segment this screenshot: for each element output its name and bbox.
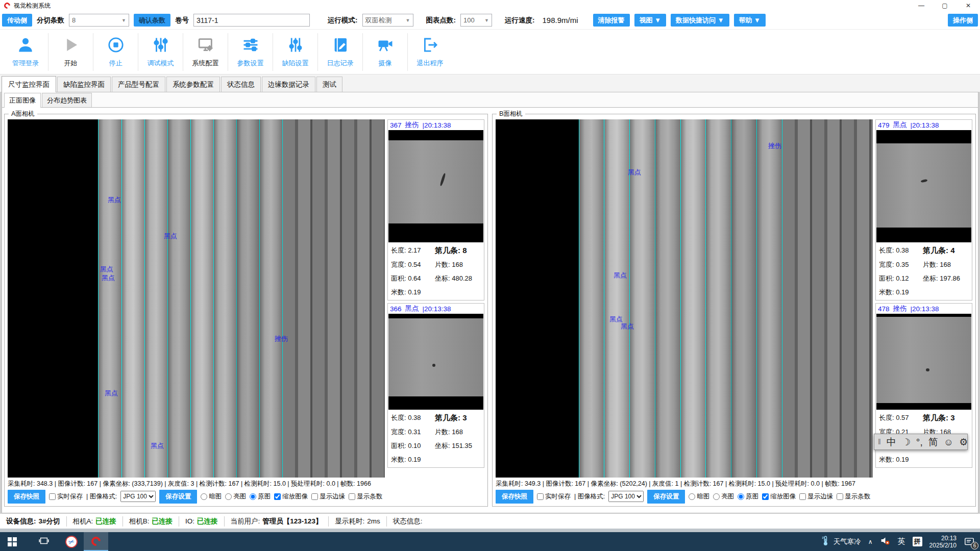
subtab-distribution-trend-chart[interactable]: 分布趋势图表 [42,93,92,107]
tab-edge-data-record[interactable]: 边缘数据记录 [262,77,315,92]
camera-capture-button[interactable]: 摄像 [362,33,407,71]
save-snapshot-button[interactable]: 保存快照 [8,490,45,504]
defect-card[interactable]: 479 黑点 |20:13:38 长度: 0.38 第几条: 4 宽度: 0.3… [875,119,972,300]
tab-page: 正面图像 分布趋势图表 A面相机 黑点黑点黑点黑点挫伤黑点黑点 [2,92,978,513]
camera-b-label: 相机B: [129,517,150,526]
data-quick-access-menu-button[interactable]: 数据快捷访问 ▼ [671,14,729,27]
original-image-radio[interactable] [738,493,744,500]
language-indicator[interactable]: 英 [898,537,905,546]
zoom-image-checkbox[interactable] [274,493,281,500]
snipping-app-button[interactable]: ✂ [59,532,84,551]
window-title: 视觉检测系统 [14,2,51,10]
parameter-settings-button[interactable]: 参数设置 [228,33,273,71]
defect-id: 366 [390,305,402,313]
defect-type: 挫伤 [893,304,907,313]
camera-b-image: 挫伤黑点黑点黑点黑点 [496,119,873,478]
system-config-button[interactable]: 系统配置 [183,33,228,71]
image-format-label: | 图像格式: [86,492,117,501]
dark-image-radio[interactable] [201,493,207,500]
ime-emoji-button[interactable]: ☺ [944,437,953,447]
defect-card-header: 367 挫伤 |20:13:38 [388,120,484,130]
realtime-save-label: 实时保存 [57,492,83,501]
ime-mode-indicator[interactable]: 拼 [913,537,922,546]
zoom-image-checkbox[interactable] [762,493,769,500]
display-time-label: 显示耗时: [335,517,364,526]
tab-product-model-config[interactable]: 产品型号配置 [112,77,165,92]
task-view-button[interactable] [32,532,56,551]
defect-marker: 挫伤 [275,334,288,343]
run-mode-select[interactable]: 双面检测 ▼ [362,14,413,27]
tab-status-info[interactable]: 状态信息 [221,77,261,92]
zoom-image-label: 缩放图像 [770,492,796,501]
vision-app-taskbar-button[interactable] [84,532,108,551]
operator-side-button[interactable]: 操作侧 [948,14,978,27]
weather-widget[interactable]: 天气寒冷 [820,535,861,548]
defect-marker: 黑点 [151,441,164,450]
dark-image-radio[interactable] [689,493,695,500]
muted-speaker-icon[interactable] [880,535,891,548]
log-record-button[interactable]: 日志记录 [317,33,362,71]
stop-button[interactable]: 停止 [93,33,138,71]
tab-test[interactable]: 测试 [316,77,342,92]
bright-image-radio[interactable] [225,493,232,500]
tab-system-parameter-config[interactable]: 系统参数配置 [166,77,220,92]
tab-size-monitor[interactable]: 尺寸监控界面 [2,76,56,92]
defect-card[interactable]: 367 挫伤 |20:13:38 长度: 2.17 第几条: 8 宽度: 0.5… [387,119,484,300]
exit-program-button[interactable]: 退出程序 [407,33,452,71]
tab-defect-monitor[interactable]: 缺陷监控界面 [57,77,111,92]
roll-number-input[interactable] [193,14,310,27]
camera-a-status: 已连接 [95,517,116,526]
defect-settings-button[interactable]: 缺陷设置 [273,33,317,71]
slit-count-select[interactable]: 8 ▼ [69,14,129,27]
realtime-save-checkbox[interactable] [49,493,56,500]
defect-id: 367 [390,121,402,129]
current-user-value: 管理员【123-123】 [262,517,322,526]
start-button[interactable] [0,532,24,551]
ime-simplified-button[interactable]: 简 [928,437,938,447]
chart-points-select[interactable]: 100 ▼ [460,14,492,27]
start-button[interactable]: 开始 [48,33,93,71]
ime-settings-gear-icon[interactable]: ⚙ [959,437,968,447]
show-edge-checkbox[interactable] [799,493,806,500]
maximize-button[interactable]: ▢ [933,0,957,11]
defect-time: |20:13:38 [423,121,451,129]
defect-marker: 黑点 [108,195,121,205]
horizontal-sliders-icon [242,36,259,56]
show-strips-checkbox[interactable] [349,493,355,500]
confirm-strips-button[interactable]: 确认条数 [134,14,170,27]
debug-mode-button[interactable]: 调试模式 [138,33,183,71]
realtime-save-checkbox[interactable] [537,493,544,500]
ime-halfmoon-button[interactable]: ☽ [902,437,911,447]
image-format-select[interactable]: JPG 100 [608,491,644,502]
tray-expand-chevron[interactable]: ∧ [868,538,873,545]
app-logo-icon [89,535,102,547]
log-book-icon [332,36,349,56]
action-center-button[interactable]: 6 [964,536,975,547]
defect-thumbnail [876,314,971,410]
save-snapshot-button[interactable]: 保存快照 [496,490,533,504]
taskbar-clock[interactable]: 20:13 2025/2/10 [929,535,957,549]
defect-card[interactable]: 366 黑点 |20:13:38 长度: 0.38 第几条: 3 宽度: 0.3… [387,303,484,468]
show-strips-checkbox[interactable] [837,493,843,500]
show-edge-checkbox[interactable] [311,493,318,500]
drag-handle-icon[interactable]: ‖ [878,438,881,446]
drive-side-button[interactable]: 传动侧 [2,14,32,27]
close-button[interactable]: ✕ [957,0,980,11]
admin-login-button[interactable]: 管理登录 [3,33,48,71]
help-menu-button[interactable]: 帮助 ▼ [734,14,766,27]
image-format-select[interactable]: JPG 100 [120,491,156,502]
bright-image-radio[interactable] [713,493,720,500]
subtab-front-image[interactable]: 正面图像 [4,93,41,108]
original-image-radio[interactable] [250,493,256,500]
ime-chinese-mode-button[interactable]: 中 [887,437,896,447]
view-menu-button[interactable]: 视图 ▼ [634,14,666,27]
defect-type: 挫伤 [405,120,419,130]
panel-a-defect-cards: 367 挫伤 |20:13:38 长度: 2.17 第几条: 8 宽度: 0.5… [387,119,484,478]
clear-alarm-button[interactable]: 清除报警 [593,14,630,27]
minimize-button[interactable]: — [910,0,933,11]
notification-count-badge: 6 [971,542,978,549]
save-settings-button[interactable]: 保存设置 [647,490,685,504]
ime-punctuation-button[interactable]: °, [916,437,923,447]
save-settings-button[interactable]: 保存设置 [159,490,197,504]
roll-number-label: 卷号 [175,16,189,25]
